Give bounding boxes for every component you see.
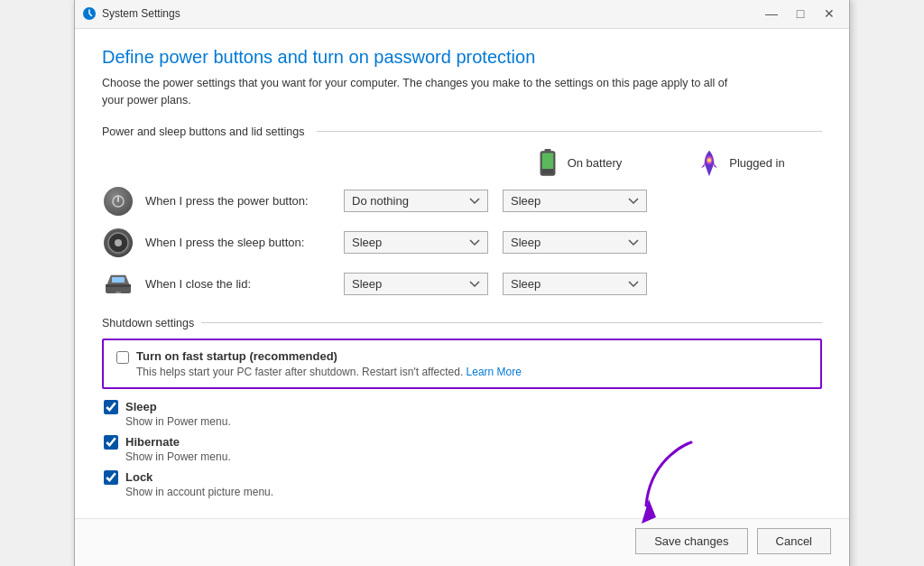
lid-row: When I close the lid: Sleep Do nothing H… [102, 268, 822, 301]
fast-startup-text: Turn on fast startup (recommended) This … [136, 349, 522, 378]
sleep-check-row: Sleep [104, 400, 822, 414]
svg-rect-13 [106, 284, 131, 287]
window-title: System Settings [102, 7, 759, 20]
sleep-check-sub: Show in Power menu. [125, 415, 822, 428]
power-button-label: When I press the power button: [145, 194, 344, 208]
lock-check-item: Lock Show in account picture menu. [102, 470, 822, 498]
battery-icon [535, 149, 560, 178]
sleep-button-row: When I press the sleep button: Sleep Do … [102, 227, 822, 259]
fast-startup-desc: This helps start your PC faster after sh… [136, 366, 522, 378]
lock-check-sub: Show in account picture menu. [125, 486, 822, 498]
fast-startup-label: Turn on fast startup (recommended) [136, 349, 522, 363]
power-button-plugged-select[interactable]: Sleep Do nothing Hibernate Shut down Tur… [503, 190, 647, 212]
hibernate-check-item: Hibernate Show in Power menu. [102, 435, 822, 463]
lid-battery-select[interactable]: Sleep Do nothing Hibernate Shut down [344, 273, 488, 295]
page-title: Define power buttons and turn on passwor… [102, 47, 822, 68]
lock-check-row: Lock [104, 470, 822, 485]
fast-startup-row: Turn on fast startup (recommended) This … [116, 349, 808, 378]
shutdown-section: Shutdown settings Turn on fast startup (… [102, 317, 822, 498]
power-button-row: When I press the power button: Do nothin… [102, 185, 822, 218]
lid-icon [102, 268, 134, 301]
shutdown-section-label: Shutdown settings [102, 317, 822, 329]
sleep-checkbox[interactable] [104, 400, 118, 414]
minimize-button[interactable]: — [759, 5, 784, 23]
lock-checkbox[interactable] [104, 470, 118, 485]
on-battery-header: On battery [497, 149, 660, 178]
maximize-button[interactable]: □ [788, 5, 813, 23]
lid-plugged-select[interactable]: Sleep Do nothing Hibernate Shut down [503, 273, 647, 295]
plugged-in-header: Plugged in [660, 149, 822, 178]
svg-rect-3 [541, 153, 552, 169]
lid-label: When I close the lid: [145, 277, 344, 291]
page-description: Choose the power settings that you want … [102, 75, 734, 109]
sleep-button-selects: Sleep Do nothing Hibernate Shut down Sle… [344, 231, 647, 254]
sleep-check-item: Sleep Show in Power menu. [102, 400, 822, 428]
content-area: Define power buttons and turn on passwor… [75, 29, 849, 518]
svg-rect-4 [541, 169, 552, 173]
footer: Save changes Cancel [75, 518, 849, 566]
on-battery-label: On battery [568, 156, 623, 170]
title-bar: System Settings — □ ✕ [75, 0, 849, 29]
window-controls: — □ ✕ [759, 5, 842, 23]
power-button-selects: Do nothing Sleep Hibernate Shut down Tur… [344, 190, 647, 212]
cancel-button[interactable]: Cancel [757, 528, 831, 554]
svg-point-6 [707, 158, 711, 162]
sleep-button-label: When I press the sleep button: [145, 236, 344, 249]
svg-rect-14 [112, 277, 125, 283]
close-button[interactable]: ✕ [817, 5, 842, 23]
power-button-battery-select[interactable]: Do nothing Sleep Hibernate Shut down Tur… [344, 190, 488, 212]
power-table: On battery Plugged in [102, 149, 822, 301]
hibernate-checkbox[interactable] [104, 435, 118, 450]
lid-selects: Sleep Do nothing Hibernate Shut down Sle… [344, 273, 647, 295]
hibernate-check-label: Hibernate [125, 435, 180, 449]
power-section-label: Power and sleep buttons and lid settings [102, 125, 822, 138]
sleep-button-icon [102, 227, 134, 259]
lock-check-label: Lock [125, 470, 152, 484]
sleep-button-battery-select[interactable]: Sleep Do nothing Hibernate Shut down [344, 231, 488, 254]
hibernate-check-sub: Show in Power menu. [125, 450, 822, 463]
fast-startup-checkbox[interactable] [116, 351, 129, 364]
fast-startup-box: Turn on fast startup (recommended) This … [102, 339, 822, 389]
sleep-button-plugged-select[interactable]: Sleep Do nothing Hibernate Shut down [503, 231, 647, 254]
hibernate-check-row: Hibernate [104, 435, 822, 450]
rocket-icon [697, 149, 722, 178]
svg-rect-15 [116, 292, 121, 293]
save-button[interactable]: Save changes [635, 528, 747, 554]
main-window: System Settings — □ ✕ Define power butto… [74, 0, 850, 566]
learn-more-link[interactable]: Learn More [467, 366, 522, 378]
sleep-check-label: Sleep [125, 400, 157, 413]
app-icon [82, 6, 97, 21]
column-headers: On battery Plugged in [102, 149, 822, 178]
plugged-in-label: Plugged in [729, 156, 784, 170]
power-button-icon [102, 185, 134, 218]
svg-point-11 [115, 239, 122, 246]
